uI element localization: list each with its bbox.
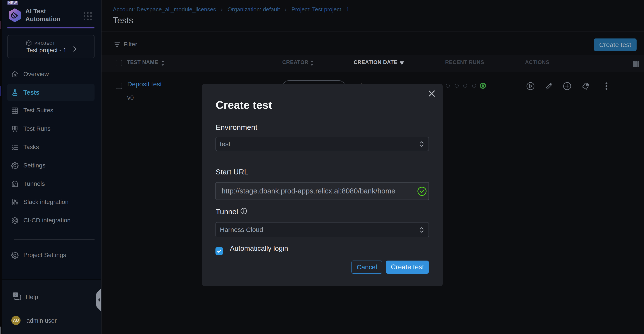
- svg-text:?: ?: [14, 293, 16, 297]
